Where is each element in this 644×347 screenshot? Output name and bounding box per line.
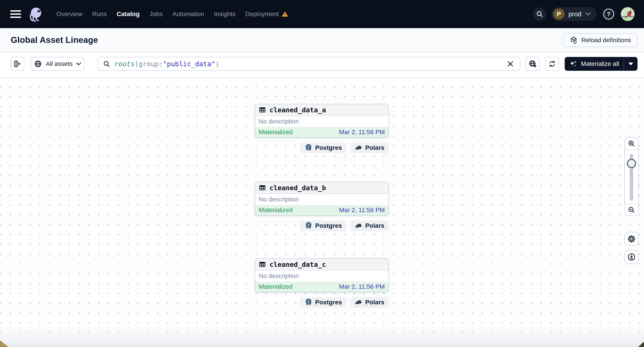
cube-reload-icon <box>569 36 578 44</box>
asset-name: cleaned_data_a <box>270 106 326 114</box>
nav-item-deployment[interactable]: Deployment <box>245 10 288 18</box>
zoom-in-button[interactable] <box>625 138 638 149</box>
top-navbar: Overview Runs Catalog Jobs Automation In… <box>0 0 644 28</box>
materialization-timestamp[interactable]: Mar 2, 11:56 PM <box>339 129 385 136</box>
clear-query-button[interactable] <box>506 59 515 68</box>
canvas-corner-decoration-left <box>0 340 8 347</box>
tag-label: Polars <box>365 299 384 306</box>
asset-tags-row: Postgres Polars <box>255 221 389 231</box>
asset-node-cleaned-data-b[interactable]: cleaned_data_b No description Materializ… <box>255 182 389 216</box>
status-badge: Materialized <box>259 207 292 214</box>
asset-node-header: cleaned_data_c <box>255 259 388 270</box>
materialize-all-button[interactable]: Materialize all <box>565 57 624 71</box>
materialize-all-label: Materialize all <box>581 60 619 67</box>
asset-node-header: cleaned_data_a <box>255 104 388 116</box>
asset-status-bar: Materialized Mar 2, 11:56 PM <box>255 282 388 292</box>
asset-tags-row: Postgres Polars <box>255 143 389 153</box>
asset-node-group: cleaned_data_a No description Materializ… <box>255 104 389 153</box>
warning-icon <box>281 10 288 18</box>
refresh-button[interactable] <box>545 57 559 71</box>
globe-add-icon <box>528 59 537 68</box>
asset-name: cleaned_data_c <box>270 261 326 268</box>
nav-item-insights[interactable]: Insights <box>214 10 236 18</box>
caret-down-icon <box>628 62 633 65</box>
tag-postgres[interactable]: Postgres <box>300 221 346 231</box>
graph-settings-button[interactable] <box>624 232 639 246</box>
dagster-octopus-logo[interactable] <box>27 6 44 22</box>
zoom-out-button[interactable] <box>625 204 638 216</box>
download-icon <box>627 253 636 262</box>
tag-postgres[interactable]: Postgres <box>300 297 346 308</box>
sparkles-icon <box>569 60 577 68</box>
asset-node-group: cleaned_data_b No description Materializ… <box>255 182 389 231</box>
zoom-slider-thumb[interactable] <box>627 159 636 168</box>
tag-postgres[interactable]: Postgres <box>300 143 346 153</box>
nav-item-runs[interactable]: Runs <box>92 10 107 18</box>
postgres-icon <box>304 144 312 152</box>
asset-scope-dropdown[interactable]: All assets <box>30 57 84 71</box>
nav-item-automation[interactable]: Automation <box>172 10 204 18</box>
zoom-in-icon <box>628 140 636 148</box>
postgres-icon <box>304 298 312 306</box>
tag-polars[interactable]: Polars <box>350 297 389 308</box>
nav-item-overview[interactable]: Overview <box>56 10 82 18</box>
nav-item-catalog[interactable]: Catalog <box>117 10 140 18</box>
zoom-out-icon <box>628 206 636 214</box>
page-title: Global Asset Lineage <box>11 35 98 45</box>
materialization-timestamp[interactable]: Mar 2, 11:56 PM <box>339 283 385 290</box>
close-icon <box>507 60 514 67</box>
tag-label: Postgres <box>315 299 342 306</box>
user-avatar-bird <box>621 7 634 21</box>
search-icon <box>536 10 544 18</box>
reload-definitions-label: Reload definitions <box>581 37 631 44</box>
help-button[interactable]: ? <box>602 7 616 21</box>
tag-label: Postgres <box>315 222 342 229</box>
asset-description: No description <box>255 116 388 127</box>
tag-label: Polars <box>365 222 384 229</box>
query-string-value: "public_data" <box>163 60 216 68</box>
gear-icon <box>627 235 636 243</box>
asset-node-group: cleaned_data_c No description Materializ… <box>255 258 389 308</box>
asset-node-cleaned-data-c[interactable]: cleaned_data_c No description Materializ… <box>255 258 389 292</box>
status-badge: Materialized <box>259 283 292 290</box>
search-icon <box>103 60 110 68</box>
lineage-canvas[interactable]: cleaned_data_a No description Materializ… <box>0 78 644 347</box>
asset-status-bar: Materialized Mar 2, 11:56 PM <box>255 127 388 137</box>
add-external-assets-button[interactable] <box>526 57 540 71</box>
query-key: group: <box>138 60 163 68</box>
reload-definitions-button[interactable]: Reload definitions <box>563 33 637 47</box>
polars-icon <box>355 223 362 228</box>
tag-polars[interactable]: Polars <box>350 143 389 153</box>
canvas-bottom-edge <box>0 345 644 347</box>
hamburger-icon <box>10 10 21 11</box>
postgres-icon <box>304 222 312 230</box>
query-close-paren: ) <box>216 60 220 68</box>
environment-switcher[interactable]: P prod <box>552 7 597 21</box>
zoom-slider[interactable] <box>625 150 638 204</box>
global-search-button[interactable] <box>533 7 546 21</box>
asset-tags-row: Postgres Polars <box>255 297 389 308</box>
asset-status-bar: Materialized Mar 2, 11:56 PM <box>255 205 388 215</box>
asset-scope-label: All assets <box>46 60 72 67</box>
nav-item-jobs[interactable]: Jobs <box>150 10 163 18</box>
query-open-paren: ( <box>134 60 138 68</box>
expand-sidebar-button[interactable] <box>10 57 24 71</box>
asset-node-header: cleaned_data_b <box>255 182 388 194</box>
materialize-options-button[interactable] <box>624 57 638 71</box>
asset-node-cleaned-data-a[interactable]: cleaned_data_a No description Materializ… <box>255 104 389 138</box>
page-header: Global Asset Lineage Reload definitions <box>0 28 644 52</box>
tag-label: Postgres <box>315 144 342 151</box>
asset-description: No description <box>255 194 388 205</box>
tag-polars[interactable]: Polars <box>350 221 389 231</box>
asset-description: No description <box>255 270 388 282</box>
asset-selection-input[interactable]: roots(group:"public_data") <box>98 57 520 71</box>
asset-name: cleaned_data_b <box>270 184 326 192</box>
user-avatar[interactable] <box>621 7 634 21</box>
navbar-right-cluster: P prod ? <box>533 7 634 21</box>
hamburger-menu-button[interactable] <box>10 10 21 18</box>
materialization-timestamp[interactable]: Mar 2, 11:56 PM <box>339 207 385 214</box>
table-icon <box>259 106 266 113</box>
download-image-button[interactable] <box>624 250 639 264</box>
help-icon: ? <box>603 9 614 19</box>
tag-label: Polars <box>365 144 384 151</box>
